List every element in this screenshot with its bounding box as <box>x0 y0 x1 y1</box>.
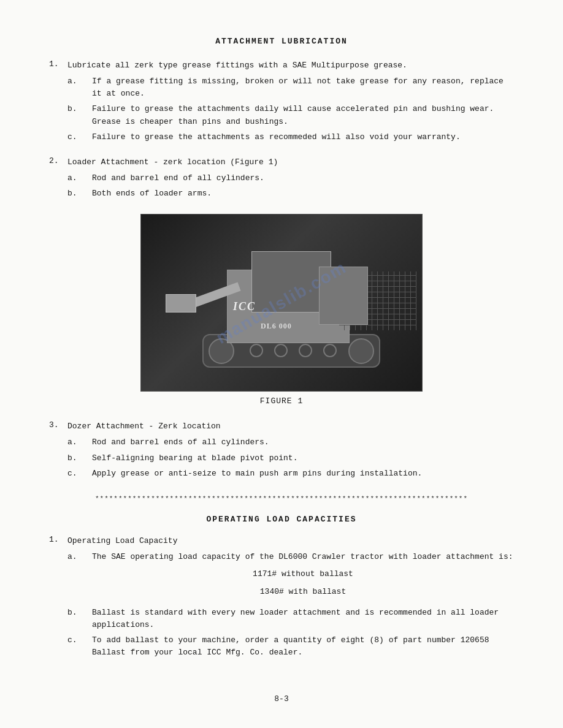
item-content-3: Dozer Attachment - Zerk location a. Rod … <box>67 420 514 483</box>
sub-letter-4c: c. <box>67 634 92 659</box>
item-number-1: 1. <box>49 59 67 146</box>
item-main-text-4: Operating Load Capacity <box>67 536 177 545</box>
sub-item-4c: c. To add ballast to your machine, order… <box>67 634 514 659</box>
sub-letter-1a: a. <box>67 75 92 100</box>
item-content-4: Operating Load Capacity a. The SAE opera… <box>67 535 514 662</box>
ballast-line2: 1340# with ballast <box>92 586 514 599</box>
sub-text-4c: To add ballast to your machine, order a … <box>92 634 514 659</box>
bulldozer-silhouette: ICC DL6 000 <box>166 233 405 380</box>
section-title-load: OPERATING LOAD CAPACITIES <box>49 515 514 524</box>
page-title-attachment: ATTACHMENT LUBRICATION <box>49 37 514 46</box>
section-4: 1. Operating Load Capacity a. The SAE op… <box>49 535 514 662</box>
sub-text-1c: Failure to grease the attachments as rec… <box>92 131 514 143</box>
sub-item-3c: c. Apply grease or anti-seize to main pu… <box>67 468 514 480</box>
model-label: DL6 000 <box>261 322 292 331</box>
sub-item-3a: a. Rod and barrel ends of all cylinders. <box>67 436 514 449</box>
sub-items-2: a. Rod and barrel end of all cylinders. … <box>67 172 514 200</box>
page: ATTACHMENT LUBRICATION 1. Lubricate all … <box>0 0 563 728</box>
sub-text-3a: Rod and barrel ends of all cylinders. <box>92 436 514 449</box>
divider-line: ****************************************… <box>49 495 514 502</box>
sub-items-1: a. If a grease fitting is missing, broke… <box>67 75 514 143</box>
sub-letter-2b: b. <box>67 188 92 200</box>
sub-letter-1c: c. <box>67 131 92 143</box>
item-main-text-2: Loader Attachment - zerk location (Figur… <box>67 157 278 167</box>
sub-letter-3c: c. <box>67 468 92 480</box>
numbered-item-3: 3. Dozer Attachment - Zerk location a. R… <box>49 420 514 483</box>
sub-text-4b: Ballast is standard with every new loade… <box>92 607 514 631</box>
numbered-item-2: 2. Loader Attachment - zerk location (Fi… <box>49 156 514 203</box>
sub-item-2a: a. Rod and barrel end of all cylinders. <box>67 172 514 184</box>
sub-letter-2a: a. <box>67 172 92 184</box>
sub-letter-4a: a. <box>67 551 92 604</box>
numbered-item-4: 1. Operating Load Capacity a. The SAE op… <box>49 535 514 662</box>
item-number-4: 1. <box>49 535 67 662</box>
wheel-mid4 <box>323 344 337 357</box>
page-number: 8-3 <box>0 694 563 703</box>
item-content-2: Loader Attachment - zerk location (Figur… <box>67 156 514 203</box>
sub-item-4a: a. The SAE operating load capacity of th… <box>67 551 514 604</box>
sub-letter-3a: a. <box>67 436 92 449</box>
sub-items-3: a. Rod and barrel ends of all cylinders.… <box>67 436 514 479</box>
icc-label: ICC <box>233 300 256 313</box>
figure-image: ICC DL6 000 manualslib.com <box>140 214 423 392</box>
sub-text-2b: Both ends of loader arms. <box>92 188 514 200</box>
item-content-1: Lubricate all zerk type grease fittings … <box>67 59 514 146</box>
sub-letter-4b: b. <box>67 607 92 631</box>
numbered-item-1: 1. Lubricate all zerk type grease fittin… <box>49 59 514 146</box>
wheel-mid2 <box>274 344 288 357</box>
sub-item-1a: a. If a grease fitting is missing, broke… <box>67 75 514 100</box>
sub-text-4a: The SAE operating load capacity of the D… <box>92 551 514 604</box>
item-main-text-3: Dozer Attachment - Zerk location <box>67 422 221 431</box>
section-3: 3. Dozer Attachment - Zerk location a. R… <box>49 420 514 483</box>
figure-caption: FIGURE 1 <box>260 396 303 406</box>
sub-item-2b: b. Both ends of loader arms. <box>67 188 514 200</box>
section-2: 2. Loader Attachment - zerk location (Fi… <box>49 156 514 203</box>
item-number-2: 2. <box>49 156 67 203</box>
sub-text-2a: Rod and barrel end of all cylinders. <box>92 172 514 184</box>
sub-text-1b: Failure to grease the attachments daily … <box>92 103 514 127</box>
sub-text-3c: Apply grease or anti-seize to main push … <box>92 468 514 480</box>
figure-container: ICC DL6 000 manualslib.com FIGURE 1 <box>49 214 514 414</box>
sub-items-4: a. The SAE operating load capacity of th… <box>67 551 514 659</box>
bulldozer-engine <box>319 267 368 325</box>
item-main-text-1: Lubricate all zerk type grease fittings … <box>67 61 407 70</box>
sub-item-1c: c. Failure to grease the attachments as … <box>67 131 514 143</box>
sub-text-3b: Self-aligning bearing at blade pivot poi… <box>92 452 514 464</box>
item-number-3: 3. <box>49 420 67 483</box>
wheel-mid1 <box>250 344 263 357</box>
loader-bucket <box>166 294 196 313</box>
ballast-line1: 1171# without ballast <box>92 568 514 581</box>
sub-item-3b: b. Self-aligning bearing at blade pivot … <box>67 452 514 464</box>
sub-letter-1b: b. <box>67 103 92 127</box>
sub-letter-3b: b. <box>67 452 92 464</box>
wheel-right <box>348 338 374 364</box>
section-1: 1. Lubricate all zerk type grease fittin… <box>49 59 514 146</box>
wheel-mid3 <box>299 344 312 357</box>
sub-item-1b: b. Failure to grease the attachments dai… <box>67 103 514 127</box>
sub-text-1a: If a grease fitting is missing, broken o… <box>92 75 514 100</box>
sub-item-4b: b. Ballast is standard with every new lo… <box>67 607 514 631</box>
sub-text-4a-main: The SAE operating load capacity of the D… <box>92 552 513 561</box>
